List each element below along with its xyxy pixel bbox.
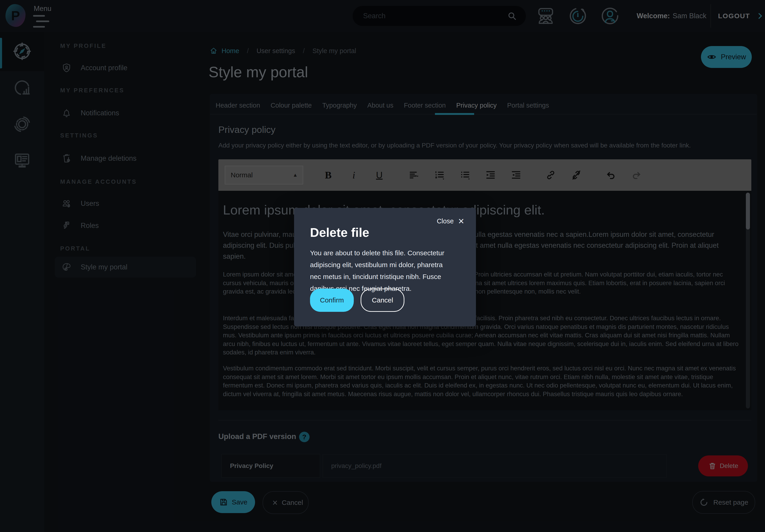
modal-title: Delete file (310, 225, 369, 240)
app-root: P Menu Welcome: Sam Black LOGOUT (0, 0, 765, 532)
modal-cancel-button[interactable]: Cancel (361, 288, 404, 312)
modal-actions: Confirm Cancel (310, 288, 404, 312)
confirm-button[interactable]: Confirm (310, 288, 354, 312)
modal-body-text: You are about to delete this file. Conse… (310, 247, 449, 294)
close-x-icon: × (458, 216, 464, 226)
delete-file-modal: Close × Delete file You are about to del… (294, 208, 476, 326)
modal-close-button[interactable]: Close × (437, 216, 464, 226)
modal-close-label: Close (437, 218, 453, 225)
